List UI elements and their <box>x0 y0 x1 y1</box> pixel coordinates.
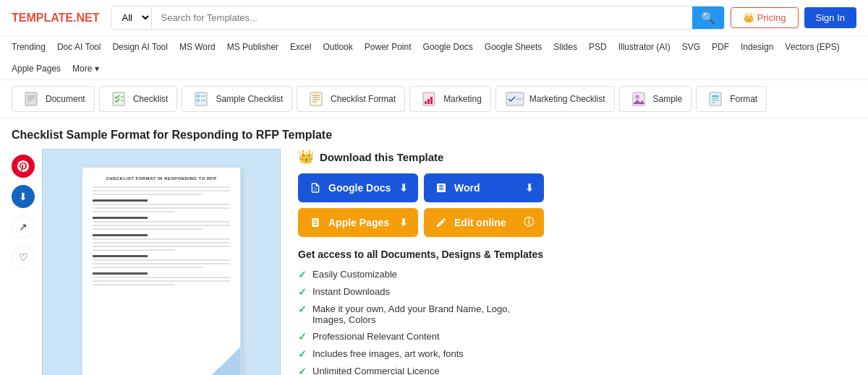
tab-checklist-format[interactable]: Checklist Format <box>297 86 405 112</box>
download-arrow-icon: ⬇ <box>399 182 408 194</box>
apple-pages-icon <box>308 215 323 230</box>
tab-marketing-checklist[interactable]: Marketing Checklist <box>495 86 615 112</box>
feature-label-4: Professional Relevant Content <box>312 331 440 342</box>
svg-rect-20 <box>430 97 433 104</box>
download-google-docs-button[interactable]: Google Docs ⬇ <box>298 173 418 202</box>
tab-sample-checklist[interactable]: Sample Checklist <box>182 86 292 112</box>
nav-google-sheets[interactable]: Google Sheets <box>485 42 542 52</box>
nav-apple-pages[interactable]: Apple Pages <box>12 64 61 74</box>
edit-online-label: Edit online <box>454 217 506 228</box>
nav-indesign[interactable]: Indesign <box>741 42 773 52</box>
svg-rect-18 <box>425 101 427 104</box>
header-actions: 👑 Pricing Sign In <box>731 7 856 28</box>
download-social-button[interactable]: ⬇ <box>12 185 35 208</box>
svg-point-24 <box>635 95 639 99</box>
info-icon: ⓘ <box>524 216 534 229</box>
search-container: All 🔍 <box>111 6 724 30</box>
favorite-button[interactable]: ♡ <box>12 246 35 269</box>
left-panel: ⬇ ↗ ♡ CHECKLIST FORMAT IN RESPONDING TO … <box>12 149 281 375</box>
download-apple-pages-button[interactable]: Apple Pages ⬇ <box>298 208 418 237</box>
pinterest-button[interactable] <box>12 155 35 178</box>
feature-item-4: ✓ Professional Relevant Content <box>298 331 544 342</box>
tab-sample-label: Sample <box>653 94 683 104</box>
feature-item-1: ✓ Easily Customizable <box>298 269 544 280</box>
template-preview: CHECKLIST FORMAT IN RESPONDING TO RFP <box>42 149 281 375</box>
marketing-icon <box>419 91 439 107</box>
feature-label-1: Easily Customizable <box>312 269 397 280</box>
format-icon <box>705 91 726 107</box>
marketing-checklist-icon <box>505 91 525 107</box>
nav-vectors[interactable]: Vectors (EPS) <box>785 42 839 52</box>
nav-ms-word[interactable]: MS Word <box>179 42 216 52</box>
nav-doc-ai[interactable]: Doc AI Tool <box>57 42 101 52</box>
crown-icon: 👑 <box>298 149 314 165</box>
signin-button[interactable]: Sign In <box>804 7 856 28</box>
feature-item-2: ✓ Instant Downloads <box>298 286 544 298</box>
nav-illustrator[interactable]: Illustrator (AI) <box>618 42 671 52</box>
download-arrow-icon-word: ⬇ <box>525 182 534 194</box>
pricing-button[interactable]: 👑 Pricing <box>731 7 799 28</box>
main-nav: Trending Doc AI Tool Design AI Tool MS W… <box>0 36 868 80</box>
feature-label-5: Includes free images, art work, fonts <box>312 348 464 359</box>
feature-item-3: ✓ Make it your own, Add your Brand Name,… <box>298 303 544 325</box>
feature-item-6: ✓ Unlimited Commercial Licence <box>298 366 544 375</box>
svg-rect-10 <box>197 99 200 102</box>
check-icon-3: ✓ <box>298 303 307 315</box>
page-title: Checklist Sample Format for Responding t… <box>0 118 868 149</box>
nav-google-docs[interactable]: Google Docs <box>422 42 472 52</box>
checklist-icon <box>109 91 129 107</box>
nav-psd[interactable]: PSD <box>589 42 607 52</box>
download-title: Download this Template <box>320 151 443 163</box>
logo-net: NET <box>76 12 99 24</box>
main-content: ⬇ ↗ ♡ CHECKLIST FORMAT IN RESPONDING TO … <box>0 149 868 375</box>
feature-label-6: Unlimited Commercial Licence <box>312 366 440 375</box>
google-docs-icon <box>308 181 323 195</box>
tab-document-label: Document <box>46 94 85 104</box>
nav-powerpoint[interactable]: Power Point <box>365 42 412 52</box>
logo[interactable]: TEMPLATE.NET <box>12 12 99 25</box>
search-button[interactable]: 🔍 <box>692 7 724 29</box>
tab-checklist[interactable]: Checklist <box>99 86 178 112</box>
nav-slides[interactable]: Slides <box>553 42 577 52</box>
nav-outlook[interactable]: Outlook <box>323 42 352 52</box>
sample-icon <box>629 91 649 107</box>
check-icon-5: ✓ <box>298 348 307 360</box>
search-category-select[interactable]: All <box>111 7 152 29</box>
share-icon: ↗ <box>19 221 27 233</box>
template-doc-title: CHECKLIST FORMAT IN RESPONDING TO RFP <box>93 176 230 181</box>
nav-more[interactable]: More ▾ <box>72 64 99 74</box>
svg-rect-26 <box>710 92 721 105</box>
nav-pdf[interactable]: PDF <box>712 42 729 52</box>
svg-rect-8 <box>197 95 200 98</box>
nav-excel[interactable]: Excel <box>290 42 311 52</box>
document-icon <box>21 91 41 107</box>
tab-format[interactable]: Format <box>696 86 767 112</box>
svg-rect-19 <box>427 99 430 104</box>
word-icon <box>434 181 448 195</box>
share-button[interactable]: ↗ <box>12 215 35 238</box>
download-header: 👑 Download this Template <box>298 149 544 165</box>
tab-document[interactable]: Document <box>12 86 95 112</box>
nav-design-ai[interactable]: Design AI Tool <box>112 42 168 52</box>
right-panel: 👑 Download this Template Google Docs ⬇ <box>298 149 544 375</box>
feature-item-5: ✓ Includes free images, art work, fonts <box>298 348 544 360</box>
download-word-button[interactable]: Word ⬇ <box>424 173 544 202</box>
nav-trending[interactable]: Trending <box>12 42 46 52</box>
tab-sample[interactable]: Sample <box>619 86 692 112</box>
check-icon-6: ✓ <box>298 366 307 375</box>
nav-ms-publisher[interactable]: MS Publisher <box>227 42 278 52</box>
features-list: ✓ Easily Customizable ✓ Instant Download… <box>298 269 544 375</box>
sample-checklist-icon <box>191 91 211 107</box>
apple-pages-label: Apple Pages <box>328 217 389 228</box>
nav-svg[interactable]: SVG <box>682 42 700 52</box>
checklist-format-icon <box>306 91 326 107</box>
tab-marketing-checklist-label: Marketing Checklist <box>529 94 605 104</box>
edit-online-button[interactable]: Edit online ⓘ <box>424 208 544 237</box>
tab-marketing[interactable]: Marketing <box>409 86 491 112</box>
check-icon-4: ✓ <box>298 331 307 342</box>
google-docs-label: Google Docs <box>328 182 391 194</box>
tab-checklist-label: Checklist <box>133 94 169 104</box>
download-icon: ⬇ <box>19 191 27 202</box>
search-input[interactable] <box>152 7 692 29</box>
crown-icon: 👑 <box>743 12 754 23</box>
